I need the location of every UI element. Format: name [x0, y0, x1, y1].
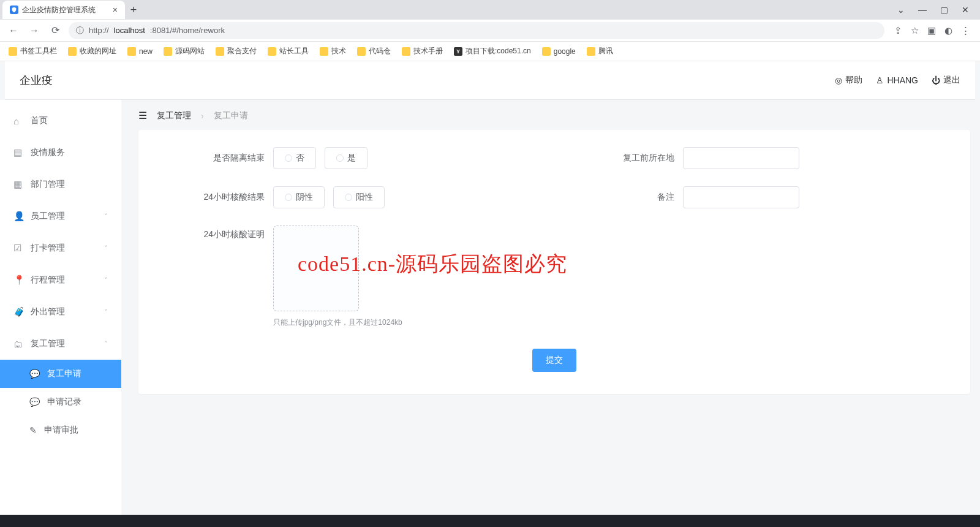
- menu-icon[interactable]: ⋮: [961, 25, 970, 36]
- sidebar-item-dept[interactable]: ▦部门管理: [0, 169, 121, 200]
- folder-icon: [127, 47, 136, 56]
- share-icon[interactable]: ⇪: [894, 25, 902, 36]
- bookmark-label: 收藏的网址: [80, 46, 116, 56]
- close-icon[interactable]: ×: [113, 5, 118, 15]
- chevron-down-icon: ˅: [104, 245, 108, 252]
- sidebar-item-rework[interactable]: 🗂复工管理˄: [0, 328, 121, 360]
- breadcrumb-sep: ›: [201, 111, 204, 121]
- url-bar[interactable]: ⓘ http://localhost:8081/#/home/rework: [69, 22, 884, 39]
- sidebar-subitem[interactable]: ✎申请审批: [0, 416, 121, 444]
- reload-icon[interactable]: ⟳: [48, 25, 62, 36]
- forward-icon[interactable]: →: [27, 25, 42, 36]
- nat-neg-radio[interactable]: 阴性: [273, 186, 325, 208]
- minimize-icon[interactable]: —: [918, 5, 927, 15]
- profile-icon[interactable]: ◐: [944, 25, 952, 36]
- bookmark-item[interactable]: 腾讯: [587, 46, 613, 56]
- sidebar-subitem-label: 申请审批: [44, 425, 78, 436]
- user-label: HHANG: [887, 75, 918, 85]
- sidebar-item-label: 首页: [31, 115, 48, 126]
- sidebar-item-pin[interactable]: 📍行程管理˅: [0, 264, 121, 296]
- quarantine-yes-radio[interactable]: 是: [325, 147, 368, 169]
- back-icon[interactable]: ←: [6, 25, 21, 36]
- close-window-icon[interactable]: ✕: [962, 5, 969, 15]
- rework-icon: 🗂: [13, 339, 23, 349]
- nat-pos-radio[interactable]: 阳性: [333, 186, 385, 208]
- extensions-icon[interactable]: ▣: [927, 25, 936, 36]
- bookmark-item[interactable]: 技术手册: [402, 46, 443, 56]
- proof-label: 24小时核酸证明: [163, 226, 273, 240]
- browser-chrome: 企业疫情防控管理系统 × + ⌄ — ▢ ✕ ← → ⟳ ⓘ http://lo…: [0, 0, 980, 61]
- bookmark-item[interactable]: 技术: [320, 46, 346, 56]
- field-remark: 备注: [573, 186, 946, 208]
- logout-link[interactable]: ⏻ 退出: [932, 75, 960, 86]
- submit-button[interactable]: 提交: [532, 349, 576, 372]
- breadcrumb-root[interactable]: 复工管理: [157, 110, 191, 121]
- help-link[interactable]: ◎ 帮助: [835, 75, 862, 86]
- bookmark-item[interactable]: 源码网站: [164, 46, 205, 56]
- folder-icon: [587, 47, 595, 56]
- dept-icon: ▦: [13, 179, 23, 190]
- folder-icon: [402, 47, 410, 56]
- chevron-up-icon: ˄: [104, 340, 108, 348]
- pin-icon: 📍: [13, 275, 23, 286]
- page-icon: Y: [454, 47, 462, 56]
- user-link[interactable]: ♙ HHANG: [876, 75, 918, 86]
- bookmark-item[interactable]: 站长工具: [268, 46, 309, 56]
- bookmark-label: 腾讯: [598, 46, 613, 56]
- logout-icon: ⏻: [932, 75, 940, 85]
- help-icon: ◎: [835, 75, 842, 85]
- bookmark-item[interactable]: 聚合支付: [216, 46, 257, 56]
- home-icon: ⌂: [13, 116, 23, 126]
- remark-label: 备注: [573, 192, 683, 203]
- sidebar-item-user[interactable]: 👤员工管理˅: [0, 200, 121, 232]
- new-tab-button[interactable]: +: [125, 4, 142, 17]
- main-content: ☰ 复工管理 › 复工申请 是否隔离结束 否 是 复工前所在: [121, 100, 980, 515]
- folder-icon: [216, 47, 224, 56]
- radio-dot-icon: [336, 154, 344, 162]
- bookmark-item[interactable]: Y项目下载:code51.cn: [454, 46, 531, 56]
- bookmark-item[interactable]: new: [127, 47, 153, 56]
- user-icon: ♙: [876, 75, 884, 85]
- url-host: localhost: [114, 26, 145, 35]
- field-proof: 24小时核酸证明 只能上传jpg/png文件，且不超过1024kb: [163, 226, 536, 328]
- sidebar: ⌂首页▤疫情服务▦部门管理👤员工管理˅☑打卡管理˅📍行程管理˅🧳外出管理˅🗂复工…: [0, 100, 121, 515]
- sidebar-item-label: 外出管理: [31, 306, 65, 317]
- star-icon[interactable]: ☆: [911, 25, 919, 36]
- folder-icon: [268, 47, 276, 56]
- sidebar-item-case[interactable]: 🧳外出管理˅: [0, 296, 121, 328]
- bookmark-item[interactable]: 收藏的网址: [68, 46, 116, 56]
- sidebar-item-label: 疫情服务: [31, 147, 65, 158]
- field-quarantine: 是否隔离结束 否 是: [163, 147, 536, 169]
- folder-icon: [9, 47, 17, 56]
- clock-icon: ☑: [13, 243, 23, 254]
- sidebar-item-clock[interactable]: ☑打卡管理˅: [0, 232, 121, 264]
- upload-box[interactable]: [273, 226, 359, 311]
- approve-icon: ✎: [29, 425, 37, 435]
- chevron-down-icon: ˅: [104, 308, 108, 316]
- menu-toggle-icon[interactable]: ☰: [138, 110, 147, 121]
- sidebar-item-home[interactable]: ⌂首页: [0, 105, 121, 137]
- bookmark-label: 源码网站: [175, 46, 205, 56]
- remark-input[interactable]: [683, 186, 799, 208]
- sidebar-subitem-label: 复工申请: [47, 368, 81, 379]
- chevron-down-icon[interactable]: ⌄: [897, 5, 905, 15]
- sidebar-subitem[interactable]: 💬复工申请: [0, 360, 121, 388]
- shield-icon: [10, 6, 18, 14]
- window-controls: ⌄ — ▢ ✕: [897, 5, 978, 15]
- sidebar-item-grid[interactable]: ▤疫情服务: [0, 137, 121, 169]
- bookmark-item[interactable]: 书签工具栏: [9, 46, 57, 56]
- quarantine-no-radio[interactable]: 否: [273, 147, 316, 169]
- quarantine-label: 是否隔离结束: [163, 153, 273, 164]
- chevron-down-icon: ˅: [104, 213, 108, 221]
- logout-label: 退出: [943, 75, 960, 86]
- field-location: 复工前所在地: [573, 147, 946, 169]
- bookmark-item[interactable]: 代码仓: [357, 46, 391, 56]
- bookmark-label: 代码仓: [369, 46, 391, 56]
- browser-tab[interactable]: 企业疫情防控管理系统 ×: [2, 1, 125, 19]
- maximize-icon[interactable]: ▢: [940, 5, 948, 15]
- user-icon: 👤: [13, 211, 23, 222]
- chat-icon: 💬: [29, 369, 40, 379]
- sidebar-subitem[interactable]: 💬申请记录: [0, 388, 121, 416]
- bookmark-item[interactable]: google: [542, 47, 576, 56]
- location-input[interactable]: [683, 147, 799, 169]
